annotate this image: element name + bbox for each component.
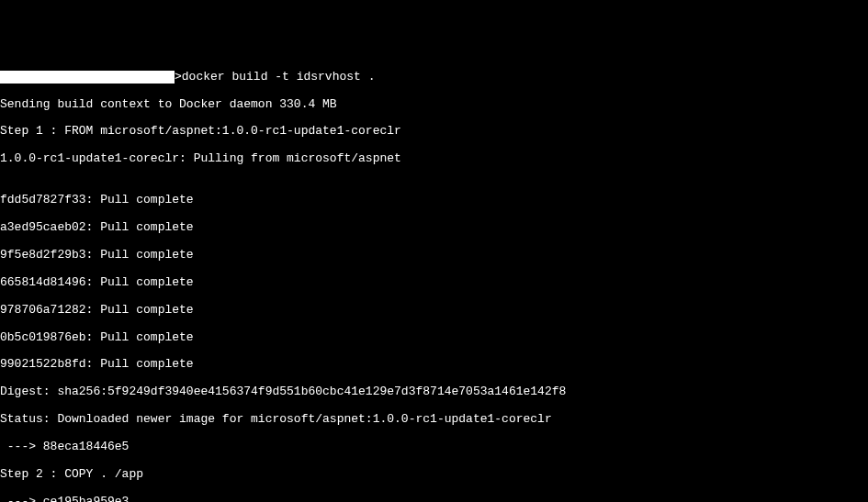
command-input: docker build -t idsrvhost .: [182, 71, 376, 84]
output-line: fdd5d7827f33: Pull complete: [0, 194, 868, 207]
output-line: Step 2 : COPY . /app: [0, 468, 868, 482]
terminal-window[interactable]: >docker build -t idsrvhost . Sending bui…: [0, 57, 868, 502]
output-line: ---> 88eca18446e5: [0, 441, 868, 454]
output-line: 665814d81496: Pull complete: [0, 276, 868, 290]
redacted-path: [0, 71, 175, 84]
output-line: Digest: sha256:5f9249df3940ee4156374f9d5…: [0, 385, 868, 399]
output-line: 9f5e8d2f29b3: Pull complete: [0, 249, 868, 262]
output-line: Step 1 : FROM microsoft/aspnet:1.0.0-rc1…: [0, 125, 868, 139]
prompt-char: >: [175, 71, 182, 84]
output-line: 99021522b8fd: Pull complete: [0, 358, 868, 372]
output-line: Status: Downloaded newer image for micro…: [0, 413, 868, 427]
output-line: 978706a71282: Pull complete: [0, 304, 868, 318]
output-line: 0b5c019876eb: Pull complete: [0, 331, 868, 345]
output-line: 1.0.0-rc1-update1-coreclr: Pulling from …: [0, 152, 868, 166]
output-line: ---> ce195ba959e3: [0, 496, 868, 502]
output-line: Sending build context to Docker daemon 3…: [0, 98, 868, 112]
command-prompt-line: >docker build -t idsrvhost .: [0, 71, 868, 84]
output-line: a3ed95caeb02: Pull complete: [0, 221, 868, 235]
